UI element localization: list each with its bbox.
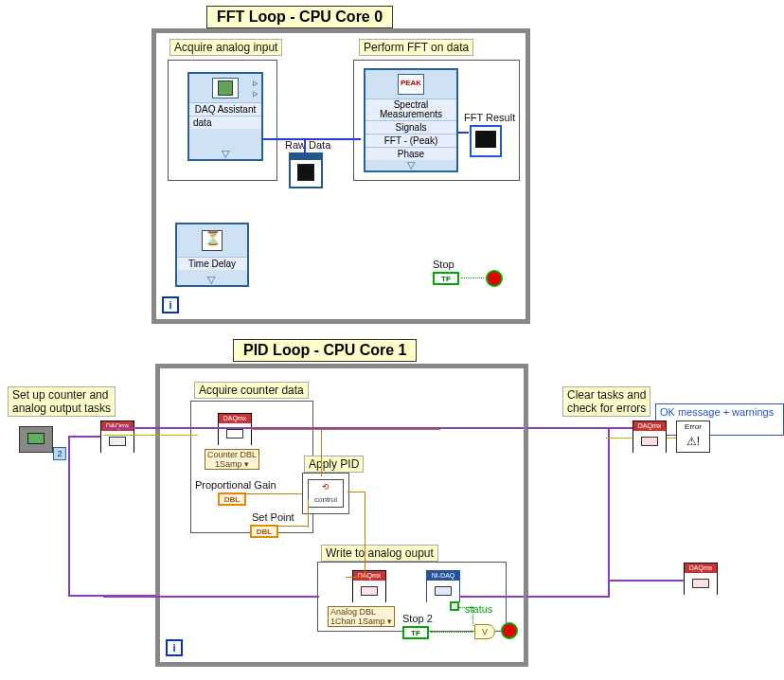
raw-data-label: Raw Data — [285, 139, 330, 151]
raw-data-indicator[interactable] — [289, 152, 323, 188]
set-point-control[interactable]: DBL — [250, 525, 278, 538]
or-gate: V — [474, 624, 495, 639]
wire-magenta-out-top — [526, 427, 633, 429]
spectral-phase-row: Phase — [365, 147, 456, 160]
acquire-counter-frame: DAQmx Counter DBL 1Samp Proportional Gai… — [190, 401, 313, 533]
write-analog-label: Write to analog ouput — [321, 545, 438, 562]
daqmx-band: DAQmx — [101, 421, 134, 431]
fft-while-loop: Acquire analog input Perform FFT on data… — [151, 28, 530, 324]
perform-frame: PEAK SpectralMeasurements Signals FFT - … — [353, 60, 520, 181]
wire-yellow-to-error — [667, 438, 676, 438]
signal-icon — [109, 437, 126, 446]
write-poly-selector[interactable]: Analog DBL 1Chan 1Samp — [328, 606, 395, 627]
dotted-bool-wire — [461, 277, 484, 278]
fft-result-indicator[interactable] — [470, 125, 502, 157]
acquire-analog-label: Acquire analog input — [169, 39, 282, 56]
daq-assistant-icon — [212, 78, 239, 98]
hw-icon — [27, 433, 45, 444]
proportional-gain-label: Proportional Gain — [195, 479, 276, 491]
pid-while-loop: Acquire counter data DAQmx Counter DBL 1… — [155, 364, 528, 667]
daq-assistant-vi[interactable]: DAQ Assistant data ▽ ▹ ▹ — [187, 72, 263, 161]
stop-tf-control[interactable]: TF — [433, 272, 459, 285]
error-mode-dropdown[interactable]: OK message + warnings — [655, 403, 784, 436]
wire-magenta-bottom-right — [459, 596, 524, 598]
daqmx-band: DAQmx — [685, 564, 717, 573]
iteration-terminal: i — [162, 296, 179, 313]
hourglass-icon — [202, 230, 223, 251]
chevron-down-icon[interactable]: ▽ — [407, 159, 415, 171]
daqmx-write-vi[interactable]: DAQmx — [352, 570, 386, 602]
wire-pid-to-write-h — [346, 577, 365, 578]
wire-fftpeak-out — [457, 132, 469, 134]
wire-sp-to-pid — [276, 526, 308, 527]
graph-icon — [475, 131, 496, 148]
pid-loop-title: PID Loop - CPU Core 1 — [233, 339, 417, 362]
wire-gain-to-pid — [243, 493, 302, 494]
status-unbundle-icon — [450, 601, 459, 611]
wire-magenta-left-bottom — [68, 595, 155, 597]
nidaq-helper-vi[interactable]: NI-DAQ — [426, 570, 460, 602]
wire-magenta-to-clear2 — [608, 580, 684, 582]
chevron-down-icon[interactable]: ▽ — [222, 148, 229, 160]
daq-data-out: data — [189, 116, 261, 129]
stop2-label: Stop 2 — [402, 613, 433, 624]
apply-pid-label: Apply PID — [304, 456, 364, 473]
dotted-status-wire-v — [472, 607, 473, 626]
time-delay-vi[interactable]: Time Delay ▽ — [175, 223, 249, 287]
perform-fft-label: Perform FFT on data — [359, 39, 473, 56]
pid-icon: ⟲ — [309, 480, 343, 493]
daqmx-clear-task-2[interactable]: DAQmx — [684, 563, 718, 595]
error-title: Error — [677, 421, 709, 433]
wire-yellow-to-clear — [606, 438, 633, 438]
glasses-icon — [226, 429, 243, 438]
eraser-icon — [641, 437, 658, 446]
pid-vi[interactable]: ⟲ control — [308, 479, 344, 508]
daqmx-read-vi[interactable]: DAQmx — [218, 413, 252, 445]
wire-yellow-in — [103, 435, 198, 436]
eraser-icon — [692, 579, 709, 588]
read-poly-selector[interactable]: Counter DBL 1Samp — [205, 449, 259, 470]
const-2[interactable]: 2 — [53, 447, 66, 460]
chevron-right-icon-2[interactable]: ▹ — [253, 87, 258, 99]
fft-loop-title: FFT Loop - CPU Core 0 — [206, 6, 393, 28]
wire-daq-branch-down — [304, 138, 306, 155]
dotted-bool-wire-2 — [431, 632, 472, 633]
daq-assistant-name: DAQ Assistant — [189, 102, 261, 116]
wire-daq-to-spectral — [262, 138, 361, 140]
spectral-measurements-vi[interactable]: PEAK SpectralMeasurements Signals FFT - … — [364, 68, 458, 172]
daqmx-start-task[interactable]: DAQmx — [100, 421, 134, 453]
loop-stop-button-2[interactable] — [501, 622, 518, 639]
setup-tasks-label: Set up counter and analog output tasks — [8, 386, 116, 417]
spectral-name: SpectralMeasurements — [365, 98, 456, 120]
acquire-counter-label: Acquire counter data — [194, 382, 309, 399]
stop-label: Stop — [433, 259, 454, 270]
nidaq-band: NI-DAQ — [427, 571, 459, 581]
time-delay-label: Time Delay — [177, 257, 247, 270]
error-handler-vi[interactable]: Error ⚠! — [676, 421, 710, 453]
wire-pid-out-h — [347, 492, 365, 492]
loop-stop-button[interactable] — [486, 270, 503, 287]
gear-icon — [435, 586, 452, 596]
proportional-gain-control[interactable]: DBL — [218, 492, 246, 506]
wire-magenta-out-v — [608, 427, 610, 598]
waveform-icon — [297, 164, 314, 181]
wire-magenta-top — [103, 427, 524, 429]
wire-magenta-left-v — [68, 436, 70, 597]
error-icon: ⚠! — [677, 433, 709, 448]
wire-bend — [321, 429, 322, 476]
stop2-tf-control[interactable]: TF — [402, 626, 429, 639]
status-label: status — [465, 603, 492, 615]
wire-magenta-out-bottom — [526, 596, 610, 598]
wire-magenta-left-top — [68, 436, 100, 438]
clear-tasks-label: Clear tasks and check for errors — [562, 386, 650, 417]
fft-result-label: FFT Result — [464, 112, 515, 123]
pencil-icon — [361, 586, 378, 596]
pid-text: control — [309, 493, 343, 507]
daqmx-clear-task[interactable]: DAQmx — [633, 421, 667, 453]
spectral-icon: PEAK — [398, 74, 424, 95]
wire-sp-bend — [308, 499, 309, 528]
task-setup-icon[interactable] — [19, 426, 53, 453]
chevron-down-icon[interactable]: ▽ — [207, 274, 215, 286]
acquire-frame: DAQ Assistant data ▽ ▹ ▹ — [168, 60, 277, 181]
daqmx-band: DAQmx — [353, 571, 385, 581]
